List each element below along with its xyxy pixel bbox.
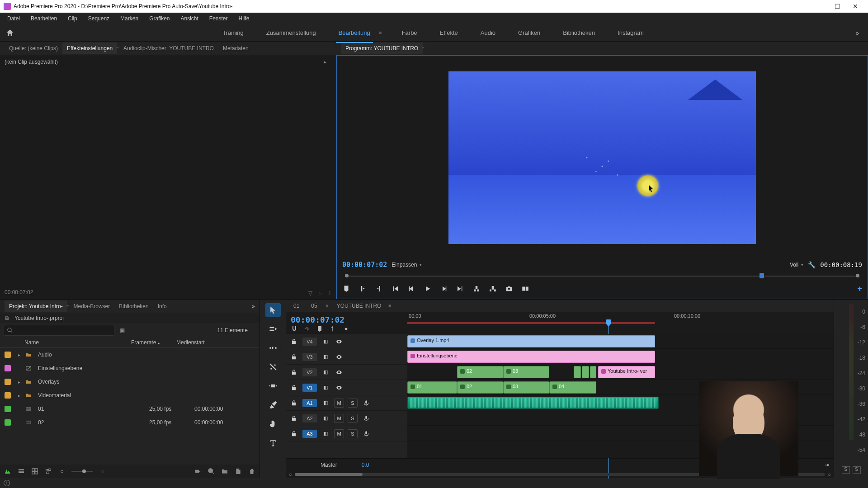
ripple-edit-tool[interactable] [265, 341, 281, 355]
menu-hilfe[interactable]: Hilfe [233, 14, 255, 23]
freeform-view-icon[interactable] [4, 467, 12, 475]
lock-icon[interactable] [289, 414, 299, 423]
voiceover-icon[interactable] [361, 429, 371, 438]
track-lane-v1[interactable]: 01020304 [407, 380, 834, 395]
clip[interactable] [590, 366, 596, 378]
project-item[interactable]: Einstellungsebene [0, 361, 259, 375]
toggle-output-icon[interactable] [334, 352, 344, 361]
project-item[interactable]: 0225,00 fps00:00:00:00 [0, 416, 259, 429]
clip[interactable]: Einstellungsebene [407, 351, 655, 363]
solo-left-button[interactable]: S [842, 466, 850, 474]
razor-tool[interactable] [265, 360, 281, 374]
toggle-output-icon[interactable] [334, 337, 344, 346]
clip[interactable]: 01 [407, 381, 457, 394]
menu-fenster[interactable]: Fenster [204, 14, 233, 23]
comparison-view-button[interactable] [521, 285, 529, 293]
track-header-v4[interactable]: V4◧ [286, 334, 407, 349]
minimize-button[interactable]: — [810, 3, 828, 10]
clip[interactable]: 02 [457, 366, 503, 378]
track-label[interactable]: V1 [302, 384, 317, 392]
step-forward-button[interactable] [440, 285, 448, 293]
clip[interactable]: 04 [549, 381, 596, 394]
close-button[interactable]: ✕ [846, 3, 864, 10]
program-timecode-current[interactable]: 00:00:07:02 [342, 261, 387, 269]
project-item[interactable]: ▸Audio [0, 348, 259, 361]
hand-tool[interactable] [265, 417, 281, 431]
sync-lock-icon[interactable]: ◧ [321, 399, 330, 408]
timeline-settings-icon[interactable] [341, 325, 349, 334]
sync-lock-icon[interactable]: ◧ [321, 337, 330, 346]
zoom-in-icon[interactable]: ○ [99, 467, 107, 475]
solo-right-button[interactable]: S [853, 466, 861, 474]
timeline-tab-youtube-intro[interactable]: YOUTUBE INTRO [333, 301, 385, 311]
track-lane-v4[interactable]: Overlay 1.mp4 [407, 334, 834, 349]
track-header-v2[interactable]: V2◧ [286, 365, 407, 380]
menu-datei[interactable]: Datei [2, 14, 25, 23]
effect-timecode[interactable]: 00:00:07:02 [5, 289, 33, 296]
new-bin-from-search-icon[interactable]: ▣ [120, 327, 125, 333]
menu-ansicht[interactable]: Ansicht [175, 14, 203, 23]
toggle-output-icon[interactable] [334, 383, 344, 392]
project-item[interactable]: ▸Videomaterial [0, 389, 259, 402]
track-label[interactable]: V3 [302, 353, 317, 361]
export-frame-button[interactable] [505, 285, 513, 293]
workspace-training[interactable]: Training [220, 28, 246, 38]
menu-bearbeiten[interactable]: Bearbeiten [25, 14, 62, 23]
voiceover-icon[interactable] [361, 399, 371, 408]
add-marker-button[interactable] [342, 285, 350, 293]
track-label[interactable]: V2 [302, 368, 317, 376]
col-framerate[interactable]: Framerate ▴ [131, 339, 176, 346]
info-icon[interactable]: i [4, 480, 10, 486]
new-item-icon[interactable] [234, 467, 242, 475]
icon-view-icon[interactable] [31, 467, 39, 475]
list-view-icon[interactable] [17, 467, 25, 475]
track-label[interactable]: A3 [302, 430, 317, 438]
expand-icon[interactable]: ▸ [324, 59, 326, 65]
lock-icon[interactable] [289, 383, 299, 392]
lock-icon[interactable] [289, 368, 299, 377]
mute-button[interactable]: M [334, 414, 344, 423]
workspace-overflow-icon[interactable]: » [851, 29, 863, 37]
track-header-a2[interactable]: A2◧MS [286, 411, 407, 426]
menu-grafiken[interactable]: Grafiken [144, 14, 175, 23]
clip[interactable]: 02 [457, 381, 503, 394]
track-clips-area[interactable]: Overlay 1.mp4Einstellungsebene0203Youtub… [407, 334, 834, 458]
clip[interactable]: 03 [503, 366, 549, 378]
col-name[interactable]: Name [4, 339, 131, 346]
program-scrubber[interactable] [345, 272, 859, 280]
master-value[interactable]: 0.0 [362, 462, 369, 468]
close-tab-icon[interactable]: × [326, 303, 329, 309]
menu-marken[interactable]: Marken [115, 14, 144, 23]
project-search-input[interactable] [4, 325, 114, 336]
workspace-grafiken[interactable]: Grafiken [515, 28, 543, 38]
timeline-marker-icon[interactable] [329, 325, 336, 334]
timeline-tab-05[interactable]: 05 [307, 301, 321, 311]
tab-media-browser[interactable]: Media-Browser [69, 300, 115, 312]
sync-lock-icon[interactable]: ◧ [321, 368, 330, 377]
tab-projekt-youtube-intro-[interactable]: Projekt: Youtube Intro- [5, 300, 67, 312]
program-tab[interactable]: Programm: YOUTUBE INTRO [341, 42, 423, 54]
settings-icon[interactable]: 🔧 [808, 261, 816, 268]
track-header-v1[interactable]: V1◧ [286, 380, 407, 395]
track-label[interactable]: V4 [302, 338, 317, 346]
expand-caret-icon[interactable]: ▸ [14, 380, 24, 385]
workspace-bearbeitung[interactable]: Bearbeitung [336, 28, 373, 38]
sync-lock-icon[interactable]: ◧ [321, 383, 330, 392]
track-lane-a2[interactable] [407, 411, 834, 426]
lock-icon[interactable] [289, 337, 299, 346]
sync-lock-icon[interactable]: ◧ [321, 429, 330, 438]
linked-selection-icon[interactable] [303, 325, 311, 334]
expand-caret-icon[interactable]: ▸ [14, 393, 24, 398]
expand-caret-icon[interactable]: ▸ [14, 352, 24, 357]
menu-clip[interactable]: Clip [62, 14, 83, 23]
col-mediastart[interactable]: Medienstart [176, 339, 240, 346]
thumbnail-size-slider[interactable] [71, 471, 93, 472]
tab-quelle-keine-clips-[interactable]: Quelle: (keine Clips) [5, 42, 62, 54]
clip[interactable]: 03 [503, 381, 549, 394]
tab-bibliotheken[interactable]: Bibliotheken [114, 300, 153, 312]
step-back-button[interactable] [407, 285, 415, 293]
track-lane-v3[interactable]: Einstellungsebene [407, 349, 834, 364]
lock-icon[interactable] [289, 429, 299, 438]
filter-icon[interactable]: ▽ [308, 290, 312, 296]
go-to-out-button[interactable] [456, 285, 464, 293]
